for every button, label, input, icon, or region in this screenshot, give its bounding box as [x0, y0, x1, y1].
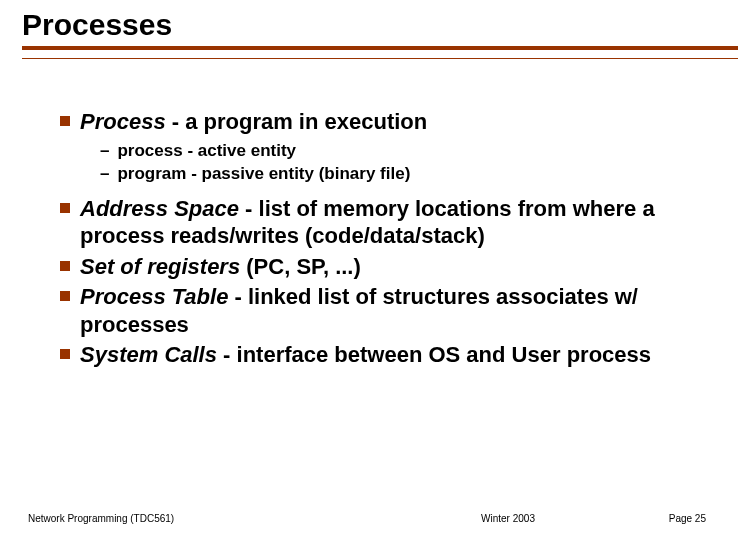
bullet-5-text: System Calls - interface between OS and …	[80, 341, 651, 369]
bullet-3-term: Set of registers	[80, 254, 240, 279]
slide: Processes Process - a program in executi…	[0, 0, 756, 540]
dash-icon: –	[100, 163, 109, 185]
bullet-5-rest: - interface between OS and User process	[217, 342, 651, 367]
bullet-4: Process Table - linked list of structure…	[60, 283, 716, 338]
thin-rule	[22, 58, 738, 59]
sub-bullet-text: process - active entity	[117, 140, 296, 162]
bullet-1-rest: - a program in execution	[166, 109, 428, 134]
bullet-4-term: Process Table	[80, 284, 228, 309]
square-bullet-icon	[60, 291, 70, 301]
bullet-1-term: Process	[80, 109, 166, 134]
sub-bullet: – process - active entity	[100, 140, 716, 162]
square-bullet-icon	[60, 203, 70, 213]
thick-rule	[22, 46, 738, 50]
footer-center-wrap: Winter 2003	[0, 513, 756, 524]
square-bullet-icon	[60, 116, 70, 126]
footer: Network Programming (TDC561) Winter 2003…	[0, 513, 756, 524]
bullet-5-term: System Calls	[80, 342, 217, 367]
bullet-1-text: Process - a program in execution	[80, 108, 427, 136]
bullet-group-2: Address Space - list of memory locations…	[60, 195, 716, 369]
sub-bullet-text: program - passive entity (binary file)	[117, 163, 410, 185]
square-bullet-icon	[60, 349, 70, 359]
dash-icon: –	[100, 140, 109, 162]
bullet-2-term: Address Space	[80, 196, 239, 221]
footer-center: Winter 2003	[221, 513, 535, 524]
bullet-1: Process - a program in execution	[60, 108, 716, 136]
bullet-3-rest: (PC, SP, ...)	[240, 254, 361, 279]
bullet-5: System Calls - interface between OS and …	[60, 341, 716, 369]
bullet-1-subgroup: – process - active entity – program - pa…	[100, 140, 716, 185]
bullet-2: Address Space - list of memory locations…	[60, 195, 716, 250]
sub-bullet: – program - passive entity (binary file)	[100, 163, 716, 185]
bullet-3-text: Set of registers (PC, SP, ...)	[80, 253, 361, 281]
bullet-4-text: Process Table - linked list of structure…	[80, 283, 716, 338]
title-bar: Processes	[0, 0, 756, 44]
bullet-3: Set of registers (PC, SP, ...)	[60, 253, 716, 281]
slide-title: Processes	[22, 8, 172, 44]
square-bullet-icon	[60, 261, 70, 271]
bullet-2-text: Address Space - list of memory locations…	[80, 195, 716, 250]
content-area: Process - a program in execution – proce…	[0, 46, 756, 369]
